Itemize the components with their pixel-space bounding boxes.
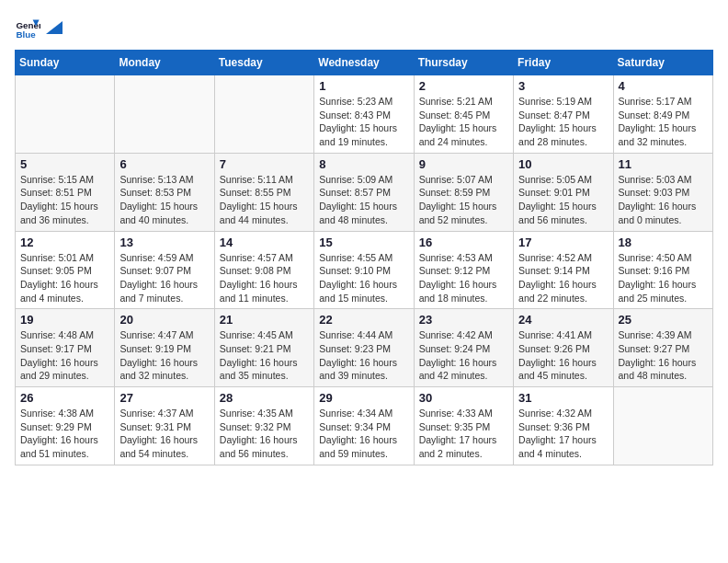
day-number: 23 xyxy=(419,313,508,327)
calendar-cell: 10Sunrise: 5:05 AM Sunset: 9:01 PM Dayli… xyxy=(514,153,613,231)
weekday-header-saturday: Saturday xyxy=(613,51,712,75)
day-info: Sunrise: 4:34 AM Sunset: 9:34 PM Dayligh… xyxy=(319,407,408,461)
svg-marker-3 xyxy=(46,21,63,34)
calendar-cell: 12Sunrise: 5:01 AM Sunset: 9:05 PM Dayli… xyxy=(16,231,115,309)
day-info: Sunrise: 4:37 AM Sunset: 9:31 PM Dayligh… xyxy=(119,407,209,461)
day-info: Sunrise: 5:13 AM Sunset: 8:53 PM Dayligh… xyxy=(119,173,209,227)
day-info: Sunrise: 5:09 AM Sunset: 8:57 PM Dayligh… xyxy=(319,173,408,227)
weekday-header-tuesday: Tuesday xyxy=(214,51,313,75)
day-info: Sunrise: 5:19 AM Sunset: 8:47 PM Dayligh… xyxy=(518,95,608,149)
calendar-cell: 25Sunrise: 4:39 AM Sunset: 9:27 PM Dayli… xyxy=(613,309,712,387)
day-number: 30 xyxy=(419,391,508,405)
calendar-cell: 3Sunrise: 5:19 AM Sunset: 8:47 PM Daylig… xyxy=(514,75,613,154)
day-number: 22 xyxy=(319,313,408,327)
calendar-cell: 13Sunrise: 4:59 AM Sunset: 9:07 PM Dayli… xyxy=(115,231,214,309)
calendar-cell xyxy=(613,387,712,465)
day-info: Sunrise: 4:48 AM Sunset: 9:17 PM Dayligh… xyxy=(20,328,109,383)
day-info: Sunrise: 5:21 AM Sunset: 8:45 PM Dayligh… xyxy=(419,95,508,149)
day-info: Sunrise: 4:52 AM Sunset: 9:14 PM Dayligh… xyxy=(518,251,608,305)
weekday-header-thursday: Thursday xyxy=(414,51,513,75)
calendar-week-1: 1Sunrise: 5:23 AM Sunset: 8:43 PM Daylig… xyxy=(16,75,713,154)
day-number: 26 xyxy=(20,391,109,405)
day-number: 7 xyxy=(220,157,309,171)
day-info: Sunrise: 4:38 AM Sunset: 9:29 PM Dayligh… xyxy=(20,407,109,461)
calendar-cell: 15Sunrise: 4:55 AM Sunset: 9:10 PM Dayli… xyxy=(314,231,414,309)
calendar-cell: 16Sunrise: 4:53 AM Sunset: 9:12 PM Dayli… xyxy=(414,231,513,309)
day-number: 19 xyxy=(20,313,109,327)
svg-text:Blue: Blue xyxy=(16,29,36,40)
calendar-cell: 29Sunrise: 4:34 AM Sunset: 9:34 PM Dayli… xyxy=(314,387,414,465)
calendar-cell: 4Sunrise: 5:17 AM Sunset: 8:49 PM Daylig… xyxy=(613,75,712,154)
day-number: 25 xyxy=(619,313,708,327)
day-info: Sunrise: 4:33 AM Sunset: 9:35 PM Dayligh… xyxy=(419,407,508,461)
weekday-header-sunday: Sunday xyxy=(16,51,115,75)
day-info: Sunrise: 4:32 AM Sunset: 9:36 PM Dayligh… xyxy=(518,407,608,461)
day-info: Sunrise: 4:42 AM Sunset: 9:24 PM Dayligh… xyxy=(419,328,508,383)
day-number: 28 xyxy=(220,391,309,405)
weekday-header-wednesday: Wednesday xyxy=(314,51,414,75)
day-info: Sunrise: 5:11 AM Sunset: 8:55 PM Dayligh… xyxy=(220,173,309,227)
calendar-cell: 28Sunrise: 4:35 AM Sunset: 9:32 PM Dayli… xyxy=(214,387,313,465)
calendar-cell: 21Sunrise: 4:45 AM Sunset: 9:21 PM Dayli… xyxy=(214,309,313,387)
calendar-cell: 23Sunrise: 4:42 AM Sunset: 9:24 PM Dayli… xyxy=(414,309,513,387)
day-number: 3 xyxy=(518,79,608,93)
day-number: 12 xyxy=(20,236,109,249)
calendar-cell: 17Sunrise: 4:52 AM Sunset: 9:14 PM Dayli… xyxy=(514,231,613,309)
day-number: 15 xyxy=(319,236,408,249)
day-number: 6 xyxy=(119,157,209,171)
calendar-cell: 20Sunrise: 4:47 AM Sunset: 9:19 PM Dayli… xyxy=(115,309,214,387)
calendar-week-4: 19Sunrise: 4:48 AM Sunset: 9:17 PM Dayli… xyxy=(16,309,713,387)
calendar-week-2: 5Sunrise: 5:15 AM Sunset: 8:51 PM Daylig… xyxy=(16,153,713,231)
day-info: Sunrise: 5:03 AM Sunset: 9:03 PM Dayligh… xyxy=(619,173,708,227)
day-info: Sunrise: 4:50 AM Sunset: 9:16 PM Dayligh… xyxy=(619,251,708,305)
day-number: 31 xyxy=(518,391,608,405)
calendar-cell: 2Sunrise: 5:21 AM Sunset: 8:45 PM Daylig… xyxy=(414,75,513,154)
day-number: 8 xyxy=(319,157,408,171)
calendar-cell: 26Sunrise: 4:38 AM Sunset: 9:29 PM Dayli… xyxy=(16,387,115,465)
calendar-cell xyxy=(115,75,214,154)
day-number: 11 xyxy=(619,157,708,171)
day-number: 5 xyxy=(20,157,109,171)
day-info: Sunrise: 5:05 AM Sunset: 9:01 PM Dayligh… xyxy=(518,173,608,227)
day-number: 16 xyxy=(419,236,508,249)
logo-general-text xyxy=(44,21,63,34)
weekday-header-monday: Monday xyxy=(115,51,214,75)
day-info: Sunrise: 5:15 AM Sunset: 8:51 PM Dayligh… xyxy=(20,173,109,227)
day-number: 10 xyxy=(518,157,608,171)
day-info: Sunrise: 4:59 AM Sunset: 9:07 PM Dayligh… xyxy=(119,251,209,305)
calendar-cell: 1Sunrise: 5:23 AM Sunset: 8:43 PM Daylig… xyxy=(314,75,414,154)
day-info: Sunrise: 5:07 AM Sunset: 8:59 PM Dayligh… xyxy=(419,173,508,227)
calendar-cell: 30Sunrise: 4:33 AM Sunset: 9:35 PM Dayli… xyxy=(414,387,513,465)
calendar-cell: 18Sunrise: 4:50 AM Sunset: 9:16 PM Dayli… xyxy=(613,231,712,309)
calendar-cell: 8Sunrise: 5:09 AM Sunset: 8:57 PM Daylig… xyxy=(314,153,414,231)
calendar-cell: 9Sunrise: 5:07 AM Sunset: 8:59 PM Daylig… xyxy=(414,153,513,231)
day-number: 14 xyxy=(220,236,309,249)
day-info: Sunrise: 5:01 AM Sunset: 9:05 PM Dayligh… xyxy=(20,251,109,305)
calendar-cell: 24Sunrise: 4:41 AM Sunset: 9:26 PM Dayli… xyxy=(514,309,613,387)
logo-triangle-icon xyxy=(46,21,63,34)
calendar-week-5: 26Sunrise: 4:38 AM Sunset: 9:29 PM Dayli… xyxy=(16,387,713,465)
day-number: 18 xyxy=(619,236,708,249)
day-info: Sunrise: 5:17 AM Sunset: 8:49 PM Dayligh… xyxy=(619,95,708,149)
calendar-cell xyxy=(214,75,313,154)
calendar-cell: 11Sunrise: 5:03 AM Sunset: 9:03 PM Dayli… xyxy=(613,153,712,231)
day-info: Sunrise: 5:23 AM Sunset: 8:43 PM Dayligh… xyxy=(319,95,408,149)
day-number: 17 xyxy=(518,236,608,249)
day-number: 27 xyxy=(119,391,209,405)
day-number: 24 xyxy=(518,313,608,327)
weekday-header-friday: Friday xyxy=(514,51,613,75)
day-info: Sunrise: 4:35 AM Sunset: 9:32 PM Dayligh… xyxy=(220,407,309,461)
calendar-cell: 27Sunrise: 4:37 AM Sunset: 9:31 PM Dayli… xyxy=(115,387,214,465)
day-info: Sunrise: 4:53 AM Sunset: 9:12 PM Dayligh… xyxy=(419,251,508,305)
calendar-cell: 5Sunrise: 5:15 AM Sunset: 8:51 PM Daylig… xyxy=(16,153,115,231)
calendar-cell: 22Sunrise: 4:44 AM Sunset: 9:23 PM Dayli… xyxy=(314,309,414,387)
day-info: Sunrise: 4:44 AM Sunset: 9:23 PM Dayligh… xyxy=(319,328,408,383)
day-number: 20 xyxy=(119,313,209,327)
calendar-cell: 6Sunrise: 5:13 AM Sunset: 8:53 PM Daylig… xyxy=(115,153,214,231)
day-info: Sunrise: 4:57 AM Sunset: 9:08 PM Dayligh… xyxy=(220,251,309,305)
day-number: 21 xyxy=(220,313,309,327)
day-number: 9 xyxy=(419,157,508,171)
weekday-header-row: SundayMondayTuesdayWednesdayThursdayFrid… xyxy=(16,51,713,75)
day-info: Sunrise: 4:45 AM Sunset: 9:21 PM Dayligh… xyxy=(220,328,309,383)
day-number: 1 xyxy=(319,79,408,93)
